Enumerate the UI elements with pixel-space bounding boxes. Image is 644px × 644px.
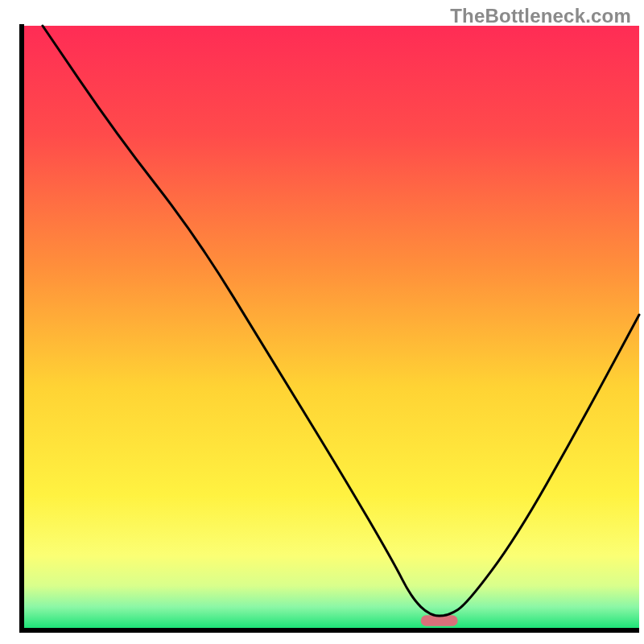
gradient-background: [24, 26, 639, 628]
bottleneck-chart: TheBottleneck.com: [0, 0, 644, 644]
chart-svg: [0, 0, 644, 644]
watermark-text: TheBottleneck.com: [450, 5, 631, 27]
axis-bottom: [19, 628, 639, 633]
axis-left: [19, 24, 24, 633]
